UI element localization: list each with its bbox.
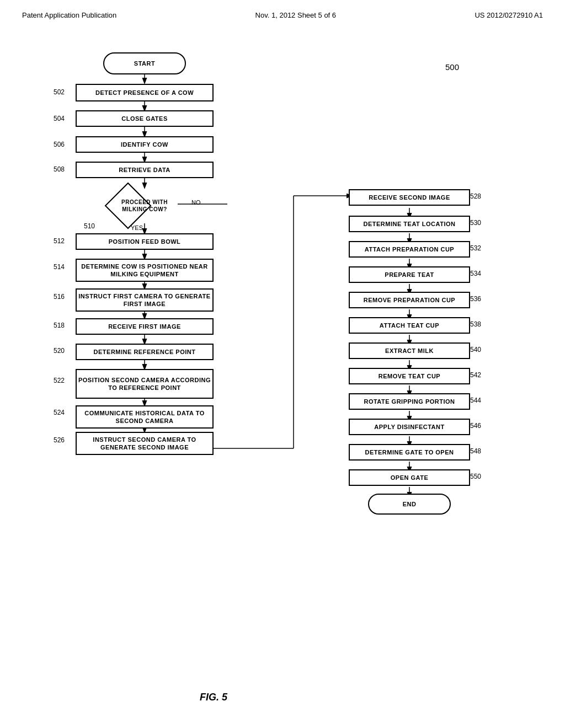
label-504: 504 [54,115,65,122]
node-536: REMOVE PREPARATION CUP [349,292,470,308]
node-544: ROTATE GRIPPING PORTION [349,393,470,410]
node-520: DETERMINE REFERENCE POINT [76,344,214,360]
node-550: OPEN GATE [349,469,470,486]
label-502: 502 [54,88,65,96]
page-header: Patent Application Publication Nov. 1, 2… [22,11,543,19]
label-520: 520 [54,347,65,355]
label-524: 524 [54,409,65,416]
node-532: ATTACH PREPARATION CUP [349,241,470,258]
label-538: 538 [470,320,481,328]
label-522: 522 [54,377,65,384]
node-528: RECEIVE SECOND IMAGE [349,189,470,206]
node-524: COMMUNICATE HISTORICAL DATA TO SECOND CA… [76,405,214,429]
node-522: POSITION SECOND CAMERA ACCORDING TO REFE… [76,369,214,399]
diamond-510-wrapper: PROCEED WITH MILKING COW? [100,184,189,228]
label-526: 526 [54,436,65,444]
label-536: 536 [470,295,481,303]
label-506: 506 [54,141,65,148]
header-left: Patent Application Publication [22,11,116,19]
label-542: 542 [470,371,481,379]
node-502: DETECT PRESENCE OF A COW [76,84,214,101]
node-518: RECEIVE FIRST IMAGE [76,318,214,335]
label-544: 544 [470,397,481,404]
header-center: Nov. 1, 2012 Sheet 5 of 6 [255,11,336,19]
node-548: DETERMINE GATE TO OPEN [349,444,470,461]
node-530: DETERMINE TEAT LOCATION [349,216,470,232]
node-526: INSTRUCT SECOND CAMERA TO GENERATE SECON… [76,432,214,455]
label-508: 508 [54,165,65,173]
fig-number: 500 [445,62,459,72]
label-512: 512 [54,237,65,245]
node-538: ATTACH TEAT CUP [349,317,470,334]
label-532: 532 [470,244,481,252]
page: Patent Application Publication Nov. 1, 2… [0,0,565,728]
label-514: 514 [54,263,65,271]
header-right: US 2012/0272910 A1 [475,11,543,19]
node-534: PREPARE TEAT [349,266,470,283]
fig-label: FIG. 5 [200,692,227,703]
node-504: CLOSE GATES [76,110,214,127]
node-516: INSTRUCT FIRST CAMERA TO GENERATE FIRST … [76,288,214,312]
node-512: POSITION FEED BOWL [76,233,214,250]
label-518: 518 [54,322,65,329]
label-516: 516 [54,293,65,301]
yes-label: YES [131,224,143,231]
node-540: EXTRACT MILK [349,342,470,359]
node-542: REMOVE TEAT CUP [349,368,470,384]
node-546: APPLY DISINFECTANT [349,419,470,435]
label-546: 546 [470,422,481,430]
node-508: RETRIEVE DATA [76,162,214,178]
start-node: START [103,52,186,74]
node-510: PROCEED WITH MILKING COW? [100,184,189,228]
label-528: 528 [470,192,481,200]
label-510: 510 [84,222,95,230]
label-530: 530 [470,219,481,227]
label-550: 550 [470,473,481,480]
node-514: DETERMINE COW IS POSITIONED NEAR MILKING… [76,259,214,282]
no-label: NO [191,199,201,206]
label-548: 548 [470,447,481,455]
end-node: END [368,494,451,515]
flowchart: 500 START 502 DETECT PRESENCE OF A COW 5… [23,36,542,709]
label-534: 534 [470,270,481,277]
label-540: 540 [470,346,481,354]
node-506: IDENTIFY COW [76,136,214,153]
